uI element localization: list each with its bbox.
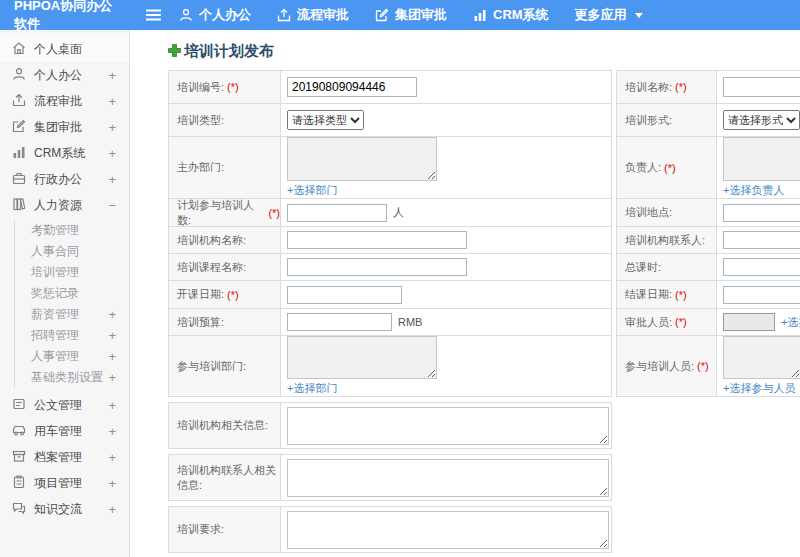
sidebar-item-training-mgmt[interactable]: 培训管理 xyxy=(15,262,129,283)
total-hours-input[interactable] xyxy=(723,258,800,276)
start-date-input[interactable] xyxy=(287,286,402,304)
expand-icon[interactable]: + xyxy=(108,502,116,517)
select-approvers-link[interactable]: +选择审批人员 xyxy=(781,315,800,330)
training-form-select[interactable]: 请选择形式 xyxy=(723,110,800,130)
expand-icon[interactable]: + xyxy=(108,94,116,109)
select-person-in-charge-link[interactable]: +选择负责人 xyxy=(723,183,784,198)
sidebar-item-recruit[interactable]: 招聘管理+ xyxy=(15,325,129,346)
expand-icon[interactable]: + xyxy=(108,172,116,187)
institution-info-textarea[interactable] xyxy=(287,407,609,445)
training-type-select[interactable]: 请选择类型 xyxy=(287,110,364,130)
training-location-input[interactable] xyxy=(723,204,800,222)
budget-input[interactable] xyxy=(287,313,392,331)
person-in-charge-textarea[interactable] xyxy=(723,137,800,181)
row-participating-personnel: 参与培训人员:(*) +选择参与人员 xyxy=(617,336,800,396)
edit-square-icon xyxy=(12,119,26,136)
row-host-department: 主办部门: +选择部门 xyxy=(169,137,611,199)
sidebar-item-salary[interactable]: 薪资管理+ xyxy=(15,304,129,325)
form-left-column: 培训编号:(*) 培训类型: 请选择类型 主办部门: +选择部门 计划参与培训人… xyxy=(168,70,612,397)
row-training-name: 培训名称:(*) xyxy=(617,71,800,104)
course-name-input[interactable] xyxy=(287,258,467,276)
training-requirements-textarea[interactable] xyxy=(287,511,609,549)
sidebar-item-knowledge[interactable]: 知识交流 + xyxy=(0,496,129,522)
expand-icon[interactable]: + xyxy=(108,370,116,385)
nav-group-approval[interactable]: 集团审批 xyxy=(375,6,447,24)
user-icon xyxy=(179,8,193,22)
expand-icon[interactable]: + xyxy=(108,307,116,322)
row-institution-name: 培训机构名称: xyxy=(169,227,611,254)
sidebar-item-vehicle[interactable]: 用车管理 + xyxy=(0,418,129,444)
row-training-no: 培训编号:(*) xyxy=(169,71,611,104)
page-title-row: 培训计划发布 xyxy=(168,42,800,61)
form-right-column: 培训名称:(*) 培训形式: 请选择形式 负责人:(*) +选择负责人 培训地点… xyxy=(616,70,800,397)
sidebar-item-personal-office[interactable]: 个人办公 + xyxy=(0,62,129,88)
participating-departments-textarea[interactable] xyxy=(287,336,437,379)
row-course-name: 培训课程名称: xyxy=(169,254,611,281)
sidebar-item-admin-office[interactable]: 行政办公 + xyxy=(0,166,129,192)
sidebar-item-group-approval[interactable]: 集团审批 + xyxy=(0,114,129,140)
page-title: 培训计划发布 xyxy=(184,42,274,61)
host-department-textarea[interactable] xyxy=(287,137,437,181)
training-form: 培训编号:(*) 培训类型: 请选择类型 主办部门: +选择部门 计划参与培训人… xyxy=(168,70,800,397)
nav-workflow-approval[interactable]: 流程审批 xyxy=(277,6,349,24)
sidebar-item-project[interactable]: 项目管理 + xyxy=(0,470,129,496)
bar-chart-icon xyxy=(12,145,26,162)
user-icon xyxy=(12,67,26,84)
nav-crm-system[interactable]: CRM系统 xyxy=(473,6,549,24)
sidebar-item-rewards[interactable]: 奖惩记录 xyxy=(15,283,129,304)
expand-icon[interactable]: + xyxy=(108,328,116,343)
select-participants-link[interactable]: +选择参与人员 xyxy=(723,381,795,396)
chevron-down-icon xyxy=(635,13,643,18)
sidebar-item-personal-desktop[interactable]: 个人桌面 xyxy=(0,36,129,62)
end-date-input[interactable] xyxy=(723,286,800,304)
expand-icon[interactable]: + xyxy=(108,120,116,135)
hamburger-menu-icon[interactable] xyxy=(146,9,161,21)
training-name-input[interactable] xyxy=(723,77,800,97)
row-training-location: 培训地点: xyxy=(617,199,800,227)
sidebar-item-base-category[interactable]: 基础类别设置+ xyxy=(15,367,129,388)
expand-icon[interactable]: + xyxy=(108,146,116,161)
participating-personnel-textarea[interactable] xyxy=(723,336,800,379)
row-institution-contact: 培训机构联系人: xyxy=(617,227,800,254)
row-institution-info: 培训机构相关信息: xyxy=(168,402,612,449)
expand-icon[interactable]: + xyxy=(108,68,116,83)
sidebar-item-archive[interactable]: 档案管理 + xyxy=(0,444,129,470)
planned-participants-input[interactable] xyxy=(287,204,387,222)
select-department-link[interactable]: +选择部门 xyxy=(287,183,337,198)
main-content: 培训计划发布 培训编号:(*) 培训类型: 请选择类型 主办部门: +选择部门 … xyxy=(130,30,800,557)
bookshelf-icon xyxy=(12,197,26,214)
app-logo: PHPOA协同办公软件 xyxy=(0,0,130,33)
archive-icon xyxy=(12,449,26,466)
sidebar: 个人桌面 个人办公 + 流程审批 + 集团审批 + CRM系统 + 行政办公 +… xyxy=(0,30,130,557)
training-no-input[interactable] xyxy=(287,77,417,97)
bar-chart-icon xyxy=(473,8,487,22)
row-start-date: 开课日期:(*) xyxy=(169,281,611,309)
select-department-link[interactable]: +选择部门 xyxy=(287,381,337,396)
app-header: PHPOA协同办公软件 个人办公 流程审批 集团审批 CRM系统 xyxy=(0,0,800,30)
sidebar-item-hr-contract[interactable]: 人事合同 xyxy=(15,241,129,262)
nav-personal-office[interactable]: 个人办公 xyxy=(179,6,251,24)
sidebar-item-workflow-approval[interactable]: 流程审批 + xyxy=(0,88,129,114)
institution-name-input[interactable] xyxy=(287,231,467,249)
sidebar-item-attendance[interactable]: 考勤管理 xyxy=(15,220,129,241)
sidebar-item-personnel[interactable]: 人事管理+ xyxy=(15,346,129,367)
sidebar-item-hr[interactable]: 人力资源 − xyxy=(0,192,129,218)
collapse-icon[interactable]: − xyxy=(108,198,116,213)
expand-icon[interactable]: + xyxy=(108,476,116,491)
expand-icon[interactable]: + xyxy=(108,398,116,413)
add-plus-icon xyxy=(168,43,181,61)
nav-more-apps[interactable]: 更多应用 xyxy=(575,6,643,24)
sidebar-item-official-doc[interactable]: 公文管理 + xyxy=(0,392,129,418)
expand-icon[interactable]: + xyxy=(108,424,116,439)
institution-contact-input[interactable] xyxy=(723,231,800,249)
expand-icon[interactable]: + xyxy=(108,450,116,465)
flow-upload-icon xyxy=(277,8,291,22)
home-icon xyxy=(12,41,26,58)
expand-icon[interactable]: + xyxy=(108,349,116,364)
sidebar-item-crm[interactable]: CRM系统 + xyxy=(0,140,129,166)
row-training-form: 培训形式: 请选择形式 xyxy=(617,104,800,137)
approvers-input[interactable] xyxy=(723,313,775,331)
chat-icon xyxy=(12,501,26,518)
institution-contact-info-textarea[interactable] xyxy=(287,459,609,497)
document-icon xyxy=(12,397,26,414)
